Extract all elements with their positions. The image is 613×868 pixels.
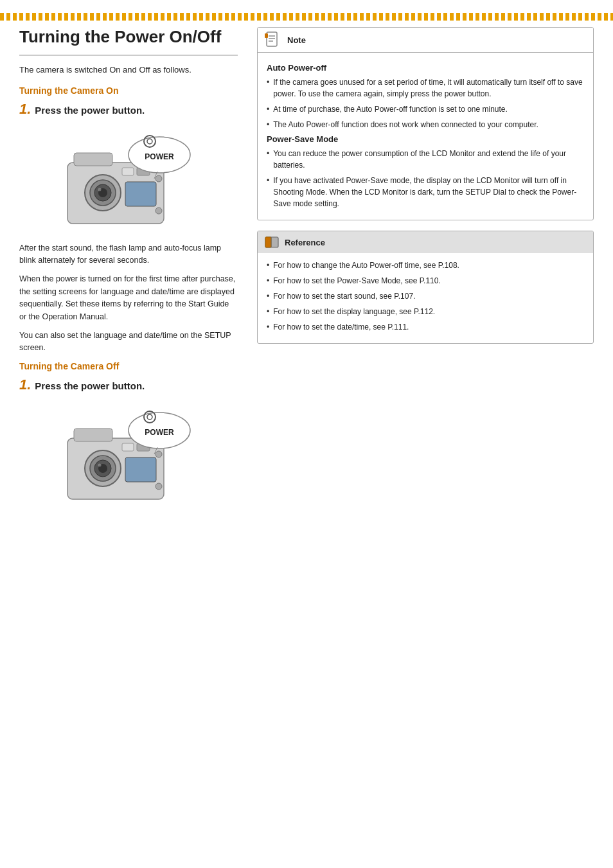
svg-rect-26: [125, 457, 156, 482]
ref-bullet-4: For how to set the date/time, see P.111.: [267, 321, 584, 333]
svg-rect-40: [265, 237, 271, 247]
svg-rect-34: [267, 32, 277, 46]
camera-off-svg: POWER: [55, 400, 202, 509]
body-on-3: You can also set the language and date/t…: [19, 330, 238, 355]
camera-off-illustration: POWER: [19, 400, 238, 509]
ref-bullet-1: For how to set the Power-Save Mode, see …: [267, 275, 584, 287]
step-on-number: 1.: [19, 101, 31, 118]
power-save-title: Power-Save Mode: [267, 134, 584, 144]
left-column: Turning the Power On/Off The camera is s…: [19, 27, 251, 855]
section-off-heading: Turning the Camera Off: [19, 361, 238, 371]
svg-rect-18: [74, 429, 112, 441]
page-title: Turning the Power On/Off: [19, 27, 238, 47]
ref-bullet-3-text: For how to set the display language, see…: [273, 306, 435, 317]
svg-rect-24: [122, 443, 134, 451]
svg-text:POWER: POWER: [145, 152, 174, 161]
section-on-heading: Turning the Camera On: [19, 85, 238, 96]
step-on-1-row: 1. Press the power button.: [19, 101, 238, 118]
reference-title: Reference: [285, 238, 325, 247]
note-box: Note Auto Power-off If the camera goes u…: [257, 27, 594, 220]
svg-rect-7: [122, 168, 134, 175]
note-bullet-save-1-text: If you have activated Power-Save mode, t…: [273, 175, 584, 209]
reference-box: Reference For how to change the Auto Pow…: [257, 231, 594, 344]
ref-bullet-0: For how to change the Auto Power-off tim…: [267, 260, 584, 271]
ref-bullet-2: For how to set the start sound, see P.10…: [267, 290, 584, 302]
note-bullet-auto-2-text: The Auto Power-off function does not wor…: [273, 119, 538, 130]
step-off-number: 1.: [19, 376, 31, 393]
note-body: Auto Power-off If the camera goes unused…: [258, 53, 593, 220]
note-bullet-auto-1-text: At time of purchase, the Auto Power-off …: [273, 103, 508, 115]
step-off-1-row: 1. Press the power button.: [19, 376, 238, 393]
step-on-label: Press the power button.: [35, 105, 145, 116]
right-column: Note Auto Power-off If the camera goes u…: [251, 27, 594, 855]
note-header: Note: [258, 28, 593, 53]
camera-on-svg: POWER: [55, 124, 202, 233]
svg-point-27: [155, 451, 162, 457]
step-off-label: Press the power button.: [35, 380, 145, 391]
note-bullet-save-1: If you have activated Power-Save mode, t…: [267, 175, 584, 209]
note-bullet-auto-0-text: If the camera goes unused for a set peri…: [273, 76, 584, 100]
note-bullet-auto-2: The Auto Power-off function does not wor…: [267, 119, 584, 130]
svg-point-11: [155, 208, 162, 214]
ref-bullet-4-text: For how to set the date/time, see P.111.: [273, 321, 409, 333]
camera-on-illustration: POWER: [19, 124, 238, 233]
auto-power-off-title: Auto Power-off: [267, 63, 584, 73]
svg-point-28: [155, 483, 162, 490]
ref-bullet-3: For how to set the display language, see…: [267, 306, 584, 317]
page: Turning the Power On/Off The camera is s…: [0, 0, 613, 868]
svg-rect-1: [74, 153, 112, 166]
ref-bullet-2-text: For how to set the start sound, see P.10…: [273, 290, 415, 302]
body-on-2: When the power is turned on for the firs…: [19, 273, 238, 323]
content-area: Turning the Power On/Off The camera is s…: [0, 27, 613, 855]
page-title-block: Turning the Power On/Off: [19, 27, 238, 56]
svg-point-6: [98, 188, 102, 191]
top-border: [0, 13, 613, 21]
body-on-1: After the start sound, the flash lamp an…: [19, 242, 238, 267]
reference-icon: [264, 235, 280, 250]
svg-rect-9: [125, 182, 156, 206]
svg-rect-38: [265, 33, 268, 38]
note-icon: [264, 31, 282, 49]
reference-header: Reference: [258, 231, 593, 253]
ref-bullet-0-text: For how to change the Auto Power-off tim…: [273, 260, 459, 271]
svg-text:POWER: POWER: [145, 428, 174, 437]
note-bullet-auto-0: If the camera goes unused for a set peri…: [267, 76, 584, 100]
intro-text: The camera is switched On and Off as fol…: [19, 64, 238, 76]
note-bullet-save-0: You can reduce the power consumption of …: [267, 148, 584, 171]
svg-point-23: [98, 463, 102, 466]
reference-body: For how to change the Auto Power-off tim…: [258, 253, 593, 343]
note-bullet-auto-1: At time of purchase, the Auto Power-off …: [267, 103, 584, 115]
ref-bullet-1-text: For how to set the Power-Save Mode, see …: [273, 275, 441, 287]
note-title: Note: [287, 35, 306, 45]
note-bullet-save-0-text: You can reduce the power consumption of …: [273, 148, 584, 171]
svg-point-10: [155, 175, 162, 182]
